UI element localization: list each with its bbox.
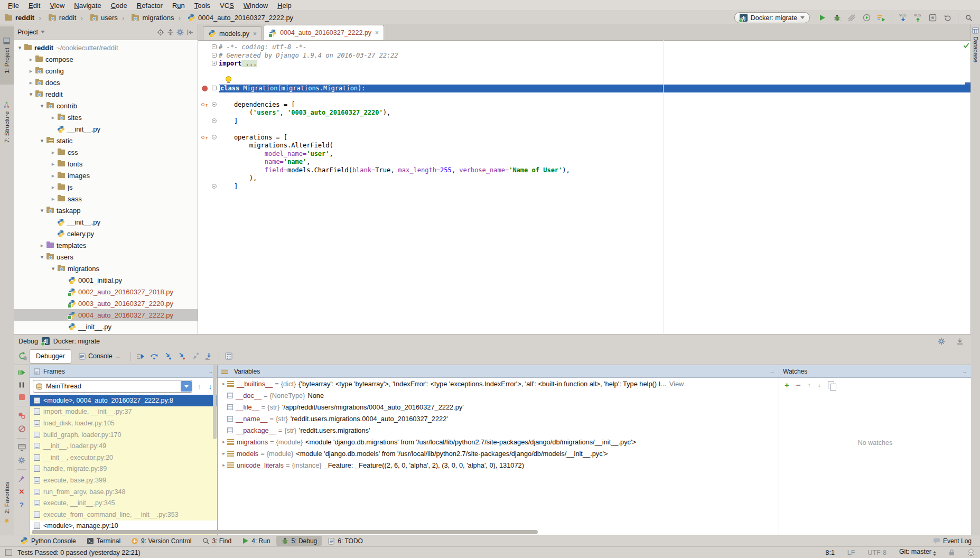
menu-help[interactable]: Help [273,1,296,10]
frame-item[interactable]: <module>, 0004_auto_20160327_2222.py:8 [30,395,217,406]
menu-window[interactable]: Window [239,1,273,10]
frame-item[interactable]: import_module, __init__.py:37 [30,406,217,418]
settings-gear-icon[interactable] [18,457,25,464]
tab-debugger[interactable]: Debugger [30,349,71,364]
tab-console[interactable]: Console [72,349,127,364]
resume-button[interactable] [18,369,25,376]
frames-scrollbar[interactable] [213,365,217,439]
tree-item-sass[interactable]: sass [14,193,198,204]
tree-item-taskapp[interactable]: taskapp [14,204,198,216]
tool-window-button-terminal[interactable]: Terminal [82,536,125,546]
hide-window-icon[interactable] [956,338,964,345]
tree-expand-arrow[interactable] [27,91,35,98]
tree-expand-arrow[interactable] [49,161,57,168]
breadcrumb-item-reddit[interactable]: reddit [34,14,76,22]
frame-item[interactable]: run_from_argv, base.py:348 [30,486,217,498]
vcs-commit-push-button[interactable]: VCS [911,13,925,23]
tree-expand-arrow[interactable] [27,68,35,75]
tree-item-config[interactable]: config [14,65,198,77]
tree-expand-arrow[interactable] [38,207,46,214]
menu-view[interactable]: View [45,1,69,10]
menu-vcs[interactable]: VCS [215,1,239,10]
restore-layout-button[interactable] [18,444,26,451]
breadcrumb-item-reddit[interactable]: reddit [4,14,34,22]
variable-row-package[interactable]: __package__={str}'reddit.users.migration… [218,424,779,436]
tree-item-0002-auto-20160327-2018-py[interactable]: 0002_auto_20160327_2018.py [14,286,198,297]
hide-panel-icon[interactable] [186,29,194,36]
tool-window-button-debug[interactable]: 5: Debug [276,536,322,546]
force-step-into-button[interactable] [175,351,189,361]
tool-window-quick-access-icon[interactable] [5,549,12,556]
file-encoding[interactable]: UTF-8 [867,549,886,556]
fold-marker[interactable] [212,53,217,58]
tool-window-button-run[interactable]: 4: Run [237,536,275,546]
tree-item-compose[interactable]: compose [14,53,198,65]
fold-marker[interactable] [212,118,217,123]
remove-watch-button[interactable] [796,380,801,389]
tree-item-images[interactable]: images [14,170,198,181]
caret-position[interactable]: 8:1 [825,549,834,556]
search-everywhere-icon[interactable] [962,13,976,23]
frame-item[interactable]: execute_from_command_line, __init__.py:3… [30,509,217,520]
variable-row-builtins[interactable]: __builtins__={dict}{'bytearray': <type '… [218,378,779,389]
tree-expand-arrow[interactable] [49,184,57,191]
close-icon[interactable]: ✕ [19,488,25,496]
fold-marker[interactable] [212,44,217,49]
tree-expand-arrow[interactable] [49,196,57,202]
menu-refactor[interactable]: Refactor [132,1,167,10]
tree-item-css[interactable]: css [14,146,198,158]
tree-item-init-py[interactable]: __init__.py [14,123,198,135]
frame-item[interactable]: load_disk, loader.py:105 [30,417,217,429]
vcs-commit-button[interactable] [926,13,939,23]
frame-item[interactable]: __init__, executor.py:20 [30,452,217,463]
chevron-down-icon[interactable] [41,31,45,35]
tree-expand-arrow[interactable] [38,254,46,261]
tree-item-contrib[interactable]: contrib [14,100,198,111]
tool-window-button-version-control[interactable]: 9: Version Control [126,536,196,546]
frame-item[interactable]: handle, migrate.py:89 [30,463,217,475]
tree-item-users[interactable]: users [14,251,198,263]
variable-row-doc[interactable]: __doc__={NoneType}None [218,389,779,401]
tree-item-docs[interactable]: docs [14,77,198,88]
tool-window-button-todo[interactable]: 6: TODO [323,536,368,546]
tool-window-tab-database[interactable]: Database [971,27,980,96]
tree-expand-arrow[interactable] [49,114,57,121]
variable-row-unicode-literals[interactable]: unicode_literals={instance}_Feature: _Fe… [218,459,779,471]
fold-marker[interactable] [212,86,217,90]
run-with-coverage-button[interactable] [845,13,858,23]
tree-expand-arrow[interactable] [38,103,46,109]
hide-icon[interactable] [769,368,775,375]
tree-item-0001-initial-py[interactable]: 0001_initial.py [14,274,198,286]
tree-item-reddit[interactable]: reddit~/cookiecutter/reddit [14,42,198,53]
tree-item-reddit[interactable]: reddit [14,88,198,100]
stop-button[interactable] [18,394,25,401]
tree-item-fonts[interactable]: fonts [14,158,198,170]
move-watch-up-button[interactable] [808,382,811,389]
variable-row-name[interactable]: __name__={str}'reddit.users.migrations.0… [218,413,779,424]
breadcrumb-item-users[interactable]: users [76,14,117,22]
tree-item-templates[interactable]: templates [14,239,198,251]
expand-arrow-icon[interactable] [220,381,227,386]
gear-icon[interactable] [938,338,945,345]
pin-tab-icon[interactable] [18,475,25,482]
view-breakpoints-button[interactable] [18,412,26,420]
debug-button[interactable] [830,13,844,23]
vcs-update-button[interactable]: VCS [896,13,910,23]
breakpoint-icon[interactable] [202,86,208,91]
event-log-button[interactable]: Event Log [933,537,972,545]
frame-item[interactable]: build_graph, loader.py:170 [30,429,217,441]
variable-row-models[interactable]: models={module}<module 'django.db.models… [218,448,779,459]
tree-expand-arrow[interactable] [49,172,57,179]
collapse-all-icon[interactable] [167,29,174,36]
move-watch-down-button[interactable] [818,382,821,389]
tree-expand-arrow[interactable] [27,56,35,63]
tool-window-tab-project[interactable]: 1: Project [0,26,14,85]
step-out-button[interactable] [189,351,202,361]
close-tab-icon[interactable] [253,30,257,38]
expand-arrow-icon[interactable] [220,451,227,456]
close-tab-icon[interactable] [375,29,379,36]
intention-bulb-icon[interactable] [226,76,231,82]
error-stripe-current-line-mark[interactable] [965,82,970,85]
breadcrumb-item-0004-auto-20160327-2222-py[interactable]: 0004_auto_20160327_2222.py [174,14,293,22]
pause-button[interactable] [18,382,25,388]
